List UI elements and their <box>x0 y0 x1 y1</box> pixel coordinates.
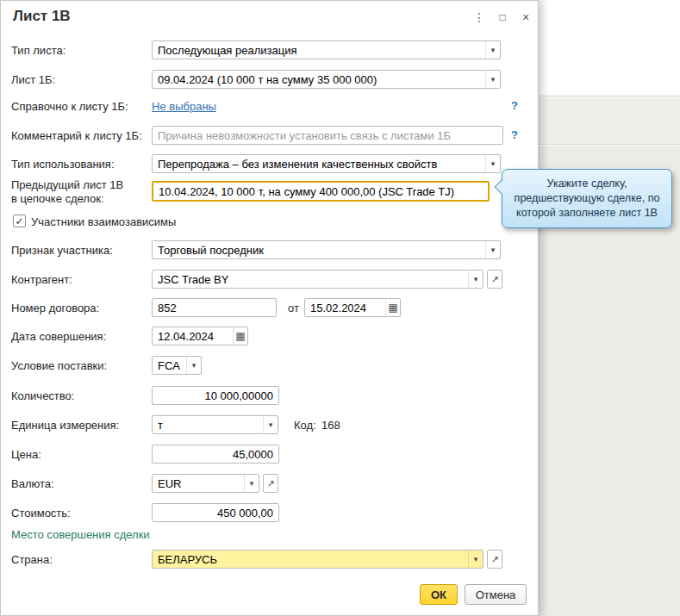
contract-number-input[interactable]: 852 <box>152 298 277 317</box>
unit-code-value: 168 <box>321 419 340 432</box>
chevron-down-icon[interactable]: ▾ <box>186 357 201 374</box>
screen: Лист 1В ⋮ □ × Тип листа: Последующая реа… <box>0 0 680 616</box>
contract-from-label: от <box>288 302 299 314</box>
unit-select[interactable]: т ▾ <box>152 415 278 434</box>
close-icon[interactable]: × <box>517 9 534 26</box>
prev-sheet-label-line1: Предыдущий лист 1В <box>11 178 123 191</box>
interdependent-checkbox[interactable]: ✓ <box>13 215 26 227</box>
currency-select[interactable]: EUR ▾ <box>152 474 259 493</box>
delivery-terms-select[interactable]: FCA ▾ <box>152 356 202 375</box>
tooltip-text: Укажите сделку, предшествующую сделке, п… <box>509 177 664 221</box>
quantity-label: Количество: <box>11 389 74 402</box>
deal-date-input[interactable]: 12.04.2024 ▦ <box>152 327 248 345</box>
chevron-down-icon[interactable]: ▾ <box>468 271 483 288</box>
quantity-input[interactable]: 10 000,00000 <box>152 386 279 405</box>
price-input[interactable]: 45,0000 <box>152 445 279 464</box>
calendar-icon[interactable]: ▦ <box>233 327 247 345</box>
open-icon[interactable]: ↗ <box>487 270 502 289</box>
sheet-1b-select[interactable]: 09.04.2024 (10 000 т на сумму 35 000 000… <box>152 70 501 89</box>
background-app-top <box>539 0 680 96</box>
help-icon[interactable]: ? <box>511 128 518 141</box>
usage-type-label: Тип использования: <box>11 158 115 171</box>
place-section-title: Место совершения сделки <box>11 528 150 541</box>
country-label: Страна: <box>11 553 53 566</box>
unit-value: т <box>153 419 263 432</box>
hint-tooltip: Укажите сделку, предшествующую сделке, п… <box>502 169 672 228</box>
ref-1b-link[interactable]: Не выбраны <box>152 100 216 113</box>
interdependent-label[interactable]: Участники взаимозависимы <box>31 215 176 228</box>
more-menu-icon[interactable]: ⋮ <box>471 9 488 26</box>
prev-sheet-input[interactable]: 10.04.2024, 10 000 т, на сумму 400 000,0… <box>152 181 490 202</box>
chevron-down-icon[interactable]: ▾ <box>244 475 259 492</box>
comment-1b-input[interactable] <box>152 126 503 145</box>
dialog-title: Лист 1В <box>13 8 71 25</box>
delivery-terms-label: Условие поставки: <box>11 359 107 372</box>
ok-button[interactable]: ОК <box>420 584 458 605</box>
unit-code-label: Код: <box>294 419 316 432</box>
currency-value: EUR <box>153 477 244 490</box>
chevron-down-icon[interactable]: ▾ <box>485 71 500 88</box>
contract-date-value: 15.02.2024 <box>305 302 385 314</box>
country-value: БЕЛАРУСЬ <box>153 553 468 566</box>
chevron-down-icon[interactable]: ▾ <box>485 155 500 172</box>
deal-date-value: 12.04.2024 <box>153 330 233 343</box>
contract-number-label: Номер договора: <box>11 302 99 314</box>
dialog-sheet-1v: Лист 1В ⋮ □ × Тип листа: Последующая реа… <box>0 0 539 616</box>
sheet-1b-value: 09.04.2024 (10 000 т на сумму 35 000 000… <box>153 73 485 86</box>
participant-role-value: Торговый посредник <box>153 244 485 257</box>
chevron-down-icon[interactable]: ▾ <box>485 241 500 258</box>
chevron-down-icon[interactable]: ▾ <box>263 416 278 433</box>
participant-role-label: Признак участника: <box>11 244 113 257</box>
cost-label: Стоимость: <box>11 507 71 520</box>
sheet-type-label: Тип листа: <box>11 44 66 57</box>
prev-sheet-value: 10.04.2024, 10 000 т, на сумму 400 000,0… <box>153 185 488 198</box>
prev-sheet-label-line2: в цепочке сделок: <box>11 192 104 205</box>
price-label: Цена: <box>11 448 41 461</box>
maximize-icon[interactable]: □ <box>494 9 511 26</box>
chevron-down-icon[interactable]: ▾ <box>485 41 500 59</box>
sheet-type-value: Последующая реализация <box>153 44 485 57</box>
contract-date-input[interactable]: 15.02.2024 ▦ <box>304 298 401 317</box>
sheet-type-select[interactable]: Последующая реализация ▾ <box>152 40 501 59</box>
delivery-terms-value: FCA <box>153 359 186 372</box>
participant-role-select[interactable]: Торговый посредник ▾ <box>152 240 501 259</box>
usage-type-value: Перепродажа – без изменения качественных… <box>153 158 485 171</box>
comment-1b-label: Комментарий к листу 1Б: <box>11 129 142 142</box>
chevron-down-icon[interactable]: ▾ <box>468 551 483 568</box>
help-icon[interactable]: ? <box>511 99 518 112</box>
sheet-1b-label: Лист 1Б: <box>11 73 55 86</box>
open-icon[interactable]: ↗ <box>263 474 278 493</box>
background-app-band <box>539 97 680 145</box>
contract-number-value: 852 <box>153 302 276 314</box>
quantity-value: 10 000,00000 <box>153 389 278 402</box>
cancel-button[interactable]: Отмена <box>465 584 527 605</box>
deal-date-label: Дата совершения: <box>11 330 106 343</box>
usage-type-select[interactable]: Перепродажа – без изменения качественных… <box>152 154 501 173</box>
unit-label: Единица измерения: <box>11 419 119 432</box>
price-value: 45,0000 <box>153 448 278 461</box>
cost-value: 450 000,00 <box>153 507 278 520</box>
counterparty-label: Контрагент: <box>11 273 72 286</box>
counterparty-select[interactable]: JSC Trade BY ▾ <box>152 270 483 289</box>
counterparty-value: JSC Trade BY <box>153 273 468 286</box>
calendar-icon[interactable]: ▦ <box>385 299 400 316</box>
ref-1b-label: Справочно к листу 1Б: <box>11 100 128 113</box>
check-icon: ✓ <box>15 216 23 227</box>
country-select[interactable]: БЕЛАРУСЬ ▾ <box>152 550 483 569</box>
open-icon[interactable]: ↗ <box>487 550 502 569</box>
cost-input[interactable]: 450 000,00 <box>152 503 279 522</box>
currency-label: Валюта: <box>11 477 54 490</box>
